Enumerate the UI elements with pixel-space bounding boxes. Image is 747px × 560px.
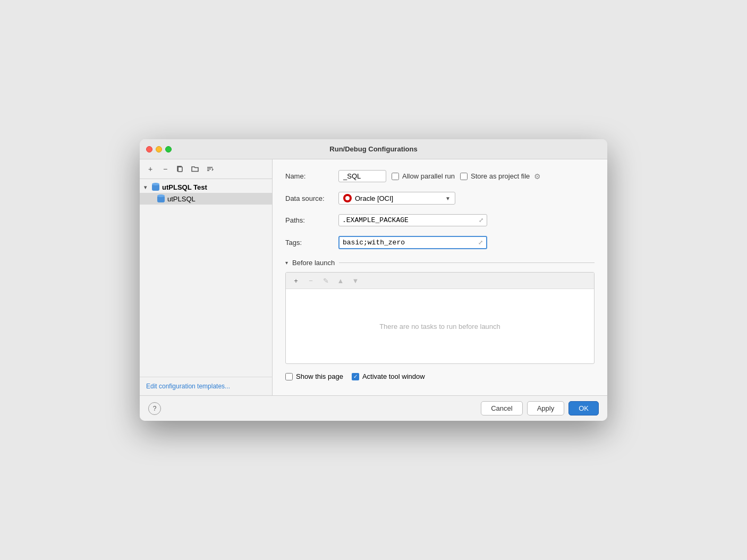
activate-window-label: Activate tool window xyxy=(362,372,425,380)
tree-item-parent[interactable]: ▾ utPLSQL Test xyxy=(140,181,272,193)
store-project-label: Store as project file xyxy=(471,172,530,180)
before-launch-toolbar: + − ✎ ▲ ▼ xyxy=(286,273,594,289)
allow-parallel-group: Allow parallel run xyxy=(392,172,455,180)
bl-down-button[interactable]: ▼ xyxy=(350,275,361,286)
tags-row: Tags: basic;with_zero ⤢ xyxy=(285,236,595,249)
name-label: Name: xyxy=(285,172,333,180)
empty-text-label: There are no tasks to run before launch xyxy=(379,323,500,330)
db-icon-parent xyxy=(151,183,160,191)
bottom-checks: Show this page Activate tool window xyxy=(285,372,595,380)
tags-input-wrap: basic;with_zero ⤢ xyxy=(338,236,487,249)
oracle-icon xyxy=(343,194,352,202)
toolbar: + − xyxy=(140,159,272,179)
dropdown-arrow-icon: ▼ xyxy=(445,196,451,201)
datasource-label: Data source: xyxy=(285,194,333,202)
paths-value: .EXAMPLE_PACKAGE xyxy=(342,216,477,224)
allow-parallel-checkbox[interactable] xyxy=(392,173,399,180)
before-launch-title: Before launch xyxy=(292,259,335,267)
store-project-group: Store as project file ⚙ xyxy=(460,172,541,181)
tags-label: Tags: xyxy=(285,239,333,247)
cancel-button[interactable]: Cancel xyxy=(481,401,522,415)
bl-edit-button[interactable]: ✎ xyxy=(320,275,332,286)
show-page-label: Show this page xyxy=(296,372,343,380)
traffic-lights xyxy=(146,146,172,152)
show-page-checkbox[interactable] xyxy=(285,373,293,380)
chevron-icon: ▾ xyxy=(144,184,149,190)
footer: ? Cancel Apply OK xyxy=(140,395,607,421)
paths-label: Paths: xyxy=(285,216,333,224)
activate-window-group: Activate tool window xyxy=(352,372,425,380)
sort-button[interactable] xyxy=(203,163,216,175)
window-title: Run/Debug Configurations xyxy=(329,145,417,153)
copy-config-button[interactable] xyxy=(174,163,186,175)
tree-area: ▾ utPLSQL Test utPLSQL xyxy=(140,179,272,377)
name-row: Name: Allow parallel run Store as projec… xyxy=(285,170,595,182)
minimize-button[interactable] xyxy=(156,146,162,152)
window: Run/Debug Configurations + − xyxy=(140,139,607,421)
folder-button[interactable] xyxy=(189,163,201,175)
titlebar: Run/Debug Configurations xyxy=(140,139,607,159)
datasource-value: Oracle [OCI] xyxy=(355,194,442,202)
help-button[interactable]: ? xyxy=(148,402,161,415)
before-launch-panel: + − ✎ ▲ ▼ There are no tasks to run befo… xyxy=(285,272,595,364)
datasource-select[interactable]: Oracle [OCI] ▼ xyxy=(338,192,455,205)
bl-add-button[interactable]: + xyxy=(290,275,302,286)
tree-item-child[interactable]: utPLSQL xyxy=(140,193,272,205)
left-panel: + − xyxy=(140,159,273,395)
maximize-button[interactable] xyxy=(165,146,172,152)
store-project-checkbox[interactable] xyxy=(460,173,468,180)
edit-templates-link[interactable]: Edit configuration templates... xyxy=(140,377,272,395)
datasource-row: Data source: Oracle [OCI] ▼ xyxy=(285,192,595,205)
close-button[interactable] xyxy=(146,146,152,152)
tree-parent-label: utPLSQL Test xyxy=(162,183,207,191)
activate-window-checkbox[interactable] xyxy=(352,373,359,380)
footer-buttons: Cancel Apply OK xyxy=(481,401,599,415)
tree-child-label: utPLSQL xyxy=(167,195,196,203)
before-launch-section-header: ▾ Before launch xyxy=(285,259,595,267)
paths-expand-icon[interactable]: ⤢ xyxy=(479,217,483,224)
db-icon-child xyxy=(157,194,165,203)
main-content: + − xyxy=(140,159,607,395)
tags-value: basic;with_zero xyxy=(343,239,476,247)
tags-expand-icon[interactable]: ⤢ xyxy=(478,239,483,246)
before-launch-empty-text: There are no tasks to run before launch xyxy=(286,289,594,363)
section-divider xyxy=(339,262,595,263)
svg-rect-0 xyxy=(178,167,182,172)
name-input[interactable] xyxy=(338,170,386,182)
allow-parallel-label: Allow parallel run xyxy=(402,172,455,180)
bl-remove-button[interactable]: − xyxy=(305,275,317,286)
gear-icon[interactable]: ⚙ xyxy=(534,172,541,181)
bl-up-button[interactable]: ▲ xyxy=(335,275,346,286)
right-panel: Name: Allow parallel run Store as projec… xyxy=(273,159,607,395)
apply-button[interactable]: Apply xyxy=(527,401,565,415)
paths-input-wrap: .EXAMPLE_PACKAGE ⤢ xyxy=(338,214,487,226)
section-chevron-icon[interactable]: ▾ xyxy=(285,260,288,266)
ok-button[interactable]: OK xyxy=(568,401,599,415)
remove-config-button[interactable]: − xyxy=(159,163,172,175)
add-config-button[interactable]: + xyxy=(144,163,157,175)
paths-row: Paths: .EXAMPLE_PACKAGE ⤢ xyxy=(285,214,595,226)
show-page-group: Show this page xyxy=(285,372,343,380)
